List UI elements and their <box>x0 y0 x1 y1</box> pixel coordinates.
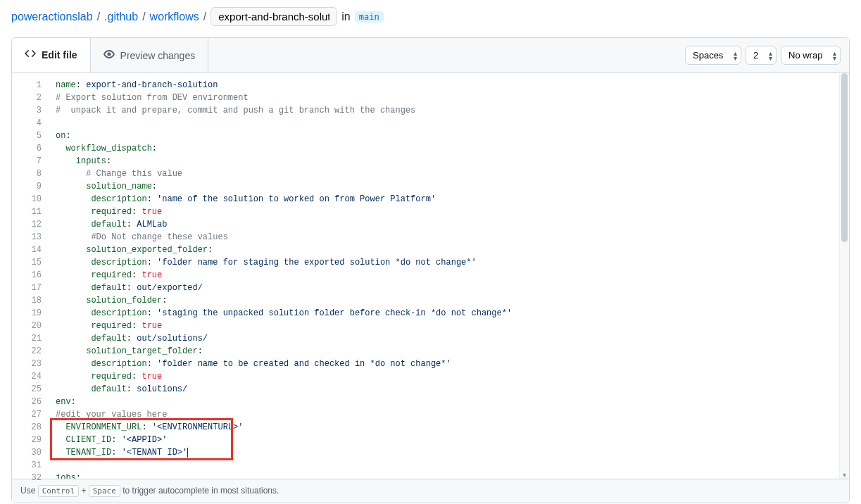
line-number: 31 <box>12 459 42 472</box>
line-number: 2 <box>12 92 42 104</box>
line-number: 28 <box>12 421 42 434</box>
breadcrumb-path-github[interactable]: .github <box>104 11 138 23</box>
footer-suffix: to trigger autocomplete in most situatio… <box>122 486 279 496</box>
code-line[interactable]: solution_name: <box>56 180 849 193</box>
code-line[interactable]: #edit your values here <box>56 408 849 421</box>
line-number: 23 <box>12 358 42 370</box>
breadcrumb-separator: / <box>203 11 206 23</box>
tab-preview-changes[interactable]: Preview changes <box>91 38 209 73</box>
tab-preview-label: Preview changes <box>120 50 196 61</box>
code-line[interactable] <box>56 459 849 472</box>
code-line[interactable]: default: out/exported/ <box>56 282 849 294</box>
footer-prefix: Use <box>20 486 38 496</box>
code-line[interactable]: workflow_dispatch: <box>56 142 849 155</box>
code-line[interactable]: default: ALMLab <box>56 218 849 231</box>
line-number: 6 <box>12 142 42 155</box>
code-line[interactable]: description: 'name of the solution to wo… <box>56 193 849 206</box>
code-line[interactable]: env: <box>56 396 849 408</box>
line-number: 19 <box>12 307 42 320</box>
line-number: 12 <box>12 218 42 231</box>
kbd-space: Space <box>89 485 120 497</box>
line-number: 15 <box>12 256 42 269</box>
indent-size-select[interactable]: 2 ▴▾ <box>746 46 777 65</box>
code-line[interactable]: CLIENT_ID: '<APPID>' <box>56 434 849 446</box>
line-number: 32 <box>12 472 42 484</box>
code-line[interactable]: solution_target_folder: <box>56 345 849 358</box>
line-number: 4 <box>12 117 42 130</box>
line-number: 7 <box>12 155 42 168</box>
code-line[interactable]: #Do Not change these values <box>56 231 849 244</box>
line-number: 30 <box>12 446 42 459</box>
code-line[interactable]: required: true <box>56 370 849 383</box>
branch-tag[interactable]: main <box>355 11 384 23</box>
line-number: 11 <box>12 206 42 218</box>
code-icon <box>25 48 36 61</box>
breadcrumb-repo[interactable]: poweractionslab <box>11 11 93 23</box>
code-line[interactable]: description: 'folder name for staging th… <box>56 256 849 269</box>
line-number: 17 <box>12 282 42 294</box>
footer-plus: + <box>81 486 88 496</box>
code-line[interactable]: TENANT_ID: '<TENANT ID>' <box>56 446 849 459</box>
line-number: 13 <box>12 231 42 244</box>
kbd-control: Control <box>38 485 79 497</box>
code-line[interactable] <box>56 117 849 130</box>
scrollbar-thumb[interactable] <box>841 73 848 242</box>
line-number: 1 <box>12 79 42 92</box>
line-number: 21 <box>12 332 42 345</box>
wrap-mode-select[interactable]: No wrap ▴▾ <box>781 46 841 65</box>
breadcrumb-separator: / <box>142 11 145 23</box>
line-number: 3 <box>12 104 42 117</box>
eye-icon <box>103 49 115 62</box>
code-line[interactable]: inputs: <box>56 155 849 168</box>
line-number: 16 <box>12 269 42 282</box>
line-number: 5 <box>12 130 42 142</box>
code-line[interactable]: name: export-and-branch-solution <box>56 79 849 92</box>
line-number: 14 <box>12 244 42 256</box>
code-line[interactable]: default: solutions/ <box>56 383 849 396</box>
code-line[interactable]: description: 'folder name to be created … <box>56 358 849 370</box>
line-number: 22 <box>12 345 42 358</box>
tabs-bar: Edit file Preview changes Spaces ▴▾ 2 ▴▾ <box>12 38 849 73</box>
code-line[interactable]: solution_exported_folder: <box>56 244 849 256</box>
scroll-down-arrow-icon[interactable]: ▾ <box>840 471 849 479</box>
code-line[interactable]: # Export solution from DEV environment <box>56 92 849 104</box>
filename-input[interactable] <box>210 7 337 26</box>
editor-footer: Use Control + Space to trigger autocompl… <box>12 479 849 503</box>
line-number: 10 <box>12 193 42 206</box>
code-line[interactable]: ENVIRONMENT_URL: '<ENVIRONMENTURL>' <box>56 421 849 434</box>
line-number: 26 <box>12 396 42 408</box>
code-body[interactable]: name: export-and-branch-solution# Export… <box>47 73 849 479</box>
indent-mode-select[interactable]: Spaces ▴▾ <box>685 46 741 65</box>
line-number: 8 <box>12 168 42 180</box>
tab-edit-file[interactable]: Edit file <box>12 38 91 73</box>
line-number: 20 <box>12 320 42 332</box>
line-number: 27 <box>12 408 42 421</box>
line-number: 18 <box>12 294 42 307</box>
code-line[interactable]: description: 'staging the unpacked solut… <box>56 307 849 320</box>
breadcrumb-path-workflows[interactable]: workflows <box>150 11 199 23</box>
code-editor[interactable]: 1234567891011121314151617181920212223242… <box>12 73 849 479</box>
in-label: in <box>341 11 350 23</box>
breadcrumb-separator: / <box>97 11 100 23</box>
code-line[interactable]: default: out/solutions/ <box>56 332 849 345</box>
code-line[interactable]: required: true <box>56 206 849 218</box>
line-number: 25 <box>12 383 42 396</box>
code-line[interactable]: required: true <box>56 320 849 332</box>
code-line[interactable]: solution_folder: <box>56 294 849 307</box>
line-number-gutter: 1234567891011121314151617181920212223242… <box>12 73 47 479</box>
breadcrumb: poweractionslab / .github / workflows / … <box>11 0 850 37</box>
vertical-scrollbar[interactable]: ▴ ▾ <box>839 73 849 479</box>
code-line[interactable]: required: true <box>56 269 849 282</box>
code-line[interactable]: # Change this value <box>56 168 849 180</box>
line-number: 9 <box>12 180 42 193</box>
code-line[interactable]: on: <box>56 130 849 142</box>
line-number: 24 <box>12 370 42 383</box>
line-number: 29 <box>12 434 42 446</box>
code-line[interactable]: jobs: <box>56 472 849 479</box>
tab-edit-label: Edit file <box>42 49 77 61</box>
editor-panel: Edit file Preview changes Spaces ▴▾ 2 ▴▾ <box>11 37 850 503</box>
code-line[interactable]: # unpack it and prepare, commit and push… <box>56 104 849 117</box>
